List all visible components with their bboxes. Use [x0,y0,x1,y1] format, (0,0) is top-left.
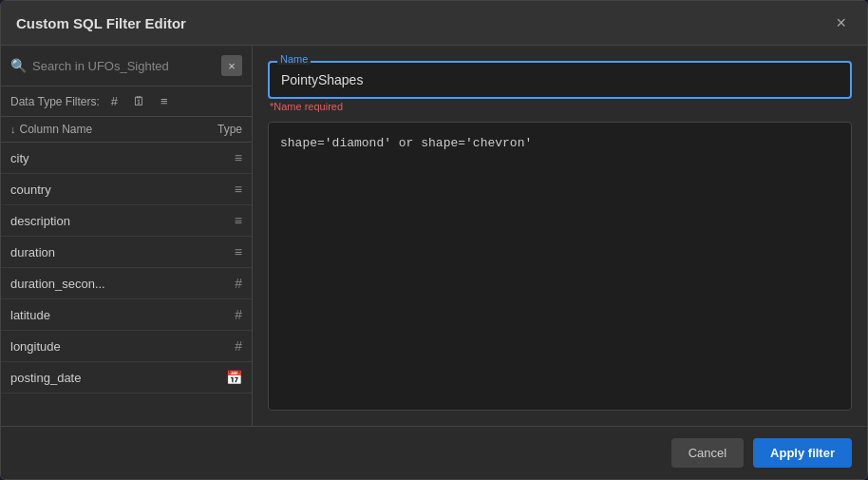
column-name: country [10,182,235,197]
number-filter-icon[interactable]: # [107,92,122,110]
string-filter-icon[interactable]: ≡ [157,92,172,110]
filter-type-label: Data Type Filters: [10,95,100,108]
table-row[interactable]: longitude# [1,331,252,362]
column-name: posting_date [10,371,226,385]
column-type-icon: # [235,276,242,291]
table-row[interactable]: duration_secon...# [1,268,252,299]
search-icon: 🔍 [10,58,27,73]
column-name: description [10,214,235,228]
column-name: city [10,151,235,165]
column-type-icon: 📅 [226,370,242,385]
dialog-title: Custom SQL Filter Editor [16,15,186,31]
column-type-icon: ≡ [235,244,242,259]
table-row[interactable]: duration≡ [1,237,252,268]
table-row[interactable]: latitude# [1,299,252,331]
close-button[interactable]: × [830,12,852,33]
column-type-icon: # [235,307,242,322]
column-type-icon: # [235,338,242,354]
search-input[interactable] [32,59,216,73]
custom-sql-filter-dialog: Custom SQL Filter Editor × 🔍 × Data Type… [0,0,868,480]
column-type-icon: ≡ [235,213,242,228]
table-row[interactable]: country≡ [1,174,252,205]
right-panel: Name *Name required [253,46,867,426]
column-list: city≡country≡description≡duration≡durati… [1,143,252,426]
column-name: latitude [10,308,235,322]
filter-type-bar: Data Type Filters: # 🗓 ≡ [1,86,252,117]
column-name: longitude [10,339,235,354]
date-filter-icon[interactable]: 🗓 [129,92,149,110]
column-name: duration [10,245,235,259]
filter-name-input[interactable] [268,61,852,99]
name-label: Name [277,53,311,65]
table-row[interactable]: posting_date📅 [1,362,252,394]
column-type-label: Type [217,123,242,136]
column-header: ↓ Column Name Type [1,117,252,143]
dialog-header: Custom SQL Filter Editor × [1,1,867,46]
table-row[interactable]: city≡ [1,143,252,174]
column-type-icon: ≡ [235,182,242,197]
sql-editor[interactable] [268,122,852,411]
table-row[interactable]: description≡ [1,205,252,237]
cancel-button[interactable]: Cancel [671,438,744,468]
dialog-footer: Cancel Apply filter [1,426,867,479]
column-name: duration_secon... [10,277,235,291]
sort-icon: ↓ [10,124,16,135]
name-field-wrap: Name *Name required [268,61,852,112]
left-panel: 🔍 × Data Type Filters: # 🗓 ≡ ↓ Column Na… [1,46,253,426]
column-name-label: Column Name [20,123,93,136]
clear-search-button[interactable]: × [221,55,242,76]
dialog-body: 🔍 × Data Type Filters: # 🗓 ≡ ↓ Column Na… [1,46,867,426]
name-required-text: *Name required [270,101,852,112]
column-name-sort[interactable]: ↓ Column Name [10,123,92,136]
apply-filter-button[interactable]: Apply filter [753,438,852,468]
column-type-icon: ≡ [235,150,242,165]
search-bar: 🔍 × [1,46,252,86]
